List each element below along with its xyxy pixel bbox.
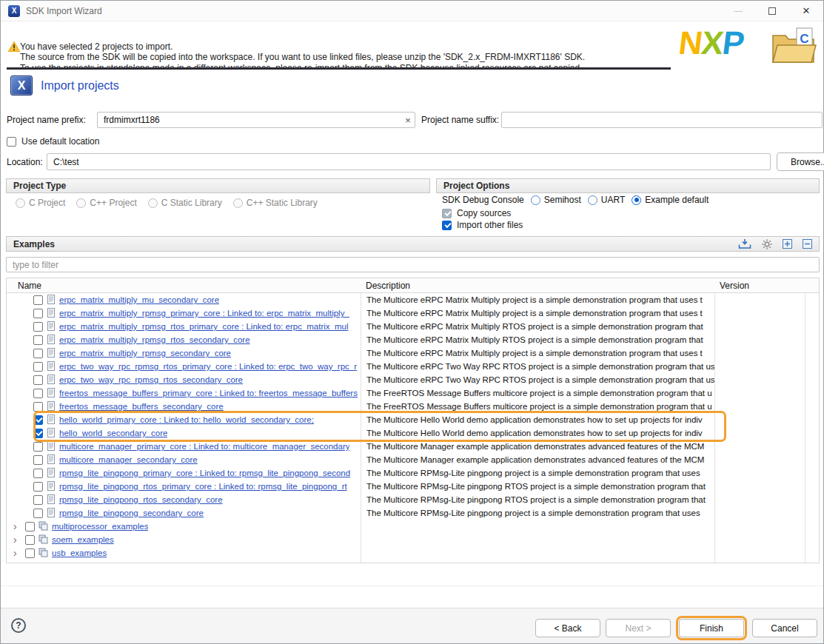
table-group-row[interactable]: › usb_examples <box>7 546 819 560</box>
radio-icon[interactable] <box>632 195 641 205</box>
warning-icon <box>8 41 20 54</box>
row-name-link[interactable]: hello_world_secondary_core <box>59 429 167 437</box>
next-button[interactable]: Next > <box>606 619 671 637</box>
table-row[interactable]: erpc_matrix_multiply_rpmsg_primary_core … <box>7 306 819 320</box>
example-file-icon <box>47 308 56 319</box>
minimize-icon[interactable]: — <box>721 1 755 21</box>
row-name-link[interactable]: erpc_matrix_multiply_rpmsg_primary_core … <box>59 309 349 318</box>
row-checkbox[interactable] <box>33 495 43 505</box>
table-row[interactable]: erpc_matrix_multiply_rpmsg_rtos_primary_… <box>7 320 819 333</box>
table-row[interactable]: rpmsg_lite_pingpong_primary_core : Linke… <box>7 466 819 480</box>
row-name-link[interactable]: multicore_manager_secondary_core <box>59 455 198 464</box>
import-other-files-checkbox[interactable] <box>442 221 452 230</box>
close-icon[interactable]: ✕ <box>789 1 823 21</box>
gear-icon[interactable] <box>762 239 772 249</box>
example-file-icon <box>47 415 56 426</box>
table-row[interactable]: rpmsg_lite_pingpong_secondary_core The M… <box>7 506 819 520</box>
browse-button[interactable]: Browse... <box>777 152 824 171</box>
col-header-description[interactable]: Description <box>361 281 714 291</box>
row-name-link[interactable]: hello_world_primary_core : Linked to: he… <box>59 415 314 424</box>
group-name-link[interactable]: usb_examples <box>52 549 107 557</box>
table-group-row[interactable]: › soem_examples <box>7 533 819 546</box>
project-type-header: Project Type <box>6 178 430 193</box>
table-row[interactable]: erpc_matrix_multiply_mu_secondary_core T… <box>7 293 819 306</box>
row-checkbox[interactable] <box>33 309 43 318</box>
group-checkbox[interactable] <box>25 549 35 558</box>
row-checkbox[interactable] <box>33 389 43 398</box>
table-row[interactable]: rpmsg_lite_pingpong_rtos_secondary_core … <box>7 493 819 506</box>
radio-icon[interactable] <box>588 195 597 205</box>
row-name-link[interactable]: freertos_message_buffers_primary_core : … <box>59 389 358 398</box>
row-checkbox[interactable] <box>33 415 43 425</box>
location-input[interactable] <box>47 153 771 170</box>
sdk-console-radio-option[interactable]: Semihost <box>531 195 581 205</box>
expand-all-icon[interactable] <box>783 239 792 249</box>
back-button[interactable]: < Back <box>535 619 600 637</box>
sdk-console-radio-option[interactable]: UART <box>588 195 625 205</box>
row-name-link[interactable]: erpc_matrix_multiply_mu_secondary_core <box>59 295 219 304</box>
row-checkbox[interactable] <box>33 455 43 465</box>
table-row[interactable]: erpc_two_way_rpc_rpmsg_rtos_secondary_co… <box>7 373 819 386</box>
row-name-link[interactable]: erpc_matrix_multiply_rpmsg_secondary_cor… <box>59 349 231 358</box>
import-example-icon[interactable] <box>738 238 751 249</box>
row-checkbox[interactable] <box>33 349 43 358</box>
row-name-link[interactable]: freertos_message_buffers_secondary_core <box>59 402 224 411</box>
col-header-version[interactable]: Version <box>714 281 805 291</box>
row-checkbox[interactable] <box>33 375 43 385</box>
row-checkbox[interactable] <box>33 295 43 305</box>
cancel-button[interactable]: Cancel <box>752 619 817 637</box>
filter-input[interactable] <box>6 257 820 272</box>
row-name-link[interactable]: erpc_two_way_rpc_rpmsg_rtos_primary_core… <box>59 362 357 371</box>
project-name-suffix-input[interactable] <box>501 112 823 128</box>
group-checkbox[interactable] <box>25 522 35 531</box>
chevron-right-icon[interactable]: › <box>13 521 21 531</box>
group-checkbox[interactable] <box>25 535 35 545</box>
row-checkbox[interactable] <box>33 442 43 452</box>
collapse-all-icon[interactable] <box>803 239 812 249</box>
group-name-link[interactable]: soem_examples <box>52 535 114 544</box>
sdk-console-radio-option[interactable]: Example default <box>632 195 709 205</box>
example-file-icon <box>47 468 56 479</box>
table-row[interactable]: hello_world_primary_core : Linked to: he… <box>7 413 819 426</box>
row-name-link[interactable]: rpmsg_lite_pingpong_rtos_secondary_core <box>59 495 223 504</box>
radio-icon[interactable] <box>531 195 540 205</box>
row-description: The Multicore RPMsg-Lite pingpong RTOS p… <box>361 482 714 491</box>
table-row[interactable]: hello_world_secondary_core The Multicore… <box>7 426 819 440</box>
row-name-link[interactable]: erpc_two_way_rpc_rpmsg_rtos_secondary_co… <box>59 375 243 384</box>
row-description: The Multicore eRPC Matrix Multiply proje… <box>361 295 714 304</box>
finish-button[interactable]: Finish <box>679 619 744 637</box>
row-checkbox[interactable] <box>33 362 43 372</box>
help-icon[interactable]: ? <box>11 618 26 633</box>
page-title: Import projects <box>41 79 119 93</box>
table-row[interactable]: multicore_manager_secondary_core The Mul… <box>7 453 819 466</box>
table-row[interactable]: multicore_manager_primary_core : Linked … <box>7 440 819 453</box>
row-checkbox[interactable] <box>33 322 43 332</box>
row-name-link[interactable]: erpc_matrix_multiply_rpmsg_rtos_secondar… <box>59 335 250 344</box>
table-row[interactable]: erpc_two_way_rpc_rpmsg_rtos_primary_core… <box>7 360 819 373</box>
chevron-right-icon[interactable]: › <box>13 548 21 558</box>
table-row[interactable]: freertos_message_buffers_primary_core : … <box>7 386 819 400</box>
table-row[interactable]: rpmsg_lite_pingpong_rtos_primary_core : … <box>7 480 819 493</box>
row-name-link[interactable]: rpmsg_lite_pingpong_rtos_primary_core : … <box>59 482 347 491</box>
chevron-right-icon[interactable]: › <box>13 534 21 545</box>
row-checkbox[interactable] <box>33 429 43 438</box>
clear-input-icon[interactable]: × <box>401 112 415 128</box>
row-checkbox[interactable] <box>33 509 43 518</box>
row-name-link[interactable]: multicore_manager_primary_core : Linked … <box>59 442 349 451</box>
table-group-row[interactable]: › multiprocessor_examples <box>7 520 819 533</box>
group-name-link[interactable]: multiprocessor_examples <box>52 522 148 531</box>
row-checkbox[interactable] <box>33 335 43 345</box>
col-header-name[interactable]: Name <box>7 281 361 291</box>
row-name-link[interactable]: rpmsg_lite_pingpong_primary_core : Linke… <box>59 469 350 477</box>
row-name-link[interactable]: rpmsg_lite_pingpong_secondary_core <box>59 509 204 517</box>
project-name-prefix-input[interactable] <box>97 112 415 128</box>
row-checkbox[interactable] <box>33 402 43 412</box>
row-checkbox[interactable] <box>33 482 43 492</box>
row-checkbox[interactable] <box>33 469 43 478</box>
use-default-location-checkbox[interactable] <box>7 137 16 147</box>
table-row[interactable]: erpc_matrix_multiply_rpmsg_secondary_cor… <box>7 346 819 360</box>
row-name-link[interactable]: erpc_matrix_multiply_rpmsg_rtos_primary_… <box>59 322 349 331</box>
maximize-icon[interactable] <box>755 1 789 21</box>
table-row[interactable]: erpc_matrix_multiply_rpmsg_rtos_secondar… <box>7 333 819 346</box>
table-row[interactable]: freertos_message_buffers_secondary_core … <box>7 400 819 413</box>
